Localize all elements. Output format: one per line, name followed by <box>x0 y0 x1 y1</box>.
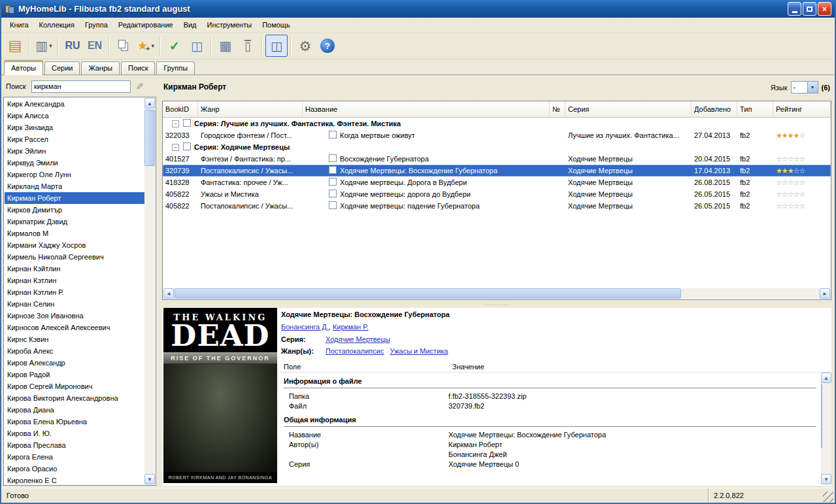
search-input[interactable] <box>31 80 131 93</box>
clear-search-icon[interactable]: ✎ <box>134 82 144 90</box>
add-to-group-button[interactable]: ★+▾ <box>135 35 157 57</box>
book-row[interactable]: 418328Фантастика: прочее / Уж...Ходячие … <box>163 176 831 188</box>
tab[interactable]: Жанры <box>81 61 120 75</box>
column-header[interactable]: Рейтинг <box>773 101 831 117</box>
author-item[interactable]: Кирнс Кэвин <box>5 333 144 345</box>
close-button[interactable]: × <box>818 2 831 16</box>
author-item[interactable]: Кирк Александра <box>5 98 144 110</box>
minimize-button[interactable] <box>788 2 801 16</box>
author-item[interactable]: Кироба Алекс <box>5 345 144 357</box>
info-panel-toggle-button[interactable]: ◫ <box>265 35 288 57</box>
column-header[interactable]: Тип <box>737 101 773 117</box>
book-checkbox[interactable] <box>329 154 337 162</box>
series-link[interactable]: Ходячие Мертвецы <box>326 335 390 343</box>
table-hscrollbar[interactable]: ◄ ► <box>163 288 830 299</box>
author-item[interactable]: Киркланд Марта <box>5 180 144 192</box>
menu-item[interactable]: Книга <box>5 19 34 31</box>
column-header[interactable]: № <box>550 101 565 117</box>
menu-item[interactable]: Группа <box>80 19 113 31</box>
scroll-down-button[interactable]: ▼ <box>821 474 831 484</box>
author-item[interactable]: Кирносов Алексей Алексеевич <box>5 322 144 333</box>
menu-item[interactable]: Редактирование <box>113 19 178 31</box>
genre-link[interactable]: Постапокалипсис <box>326 347 384 355</box>
author-item[interactable]: Кирнозе Зоя Ивановна <box>5 310 144 322</box>
author-item[interactable]: Кирк Рассел <box>5 133 144 145</box>
scroll-thumb[interactable] <box>144 110 155 166</box>
menu-item[interactable]: Коллекция <box>34 19 80 31</box>
author-item[interactable]: Киркпатрик Дэвид <box>5 216 144 227</box>
ru-button[interactable]: RU <box>61 35 84 57</box>
genre-link[interactable]: Ужасы и Мистика <box>390 347 448 355</box>
scroll-thumb[interactable] <box>821 384 822 448</box>
author-item[interactable]: Кирнан Кэтлин Р. <box>5 286 144 298</box>
author-list-scrollbar[interactable]: ▲ ▼ <box>144 98 155 484</box>
book-checkbox[interactable] <box>329 178 337 186</box>
author-item[interactable]: Кирога Елена <box>5 451 144 463</box>
resize-grip[interactable] <box>823 492 833 502</box>
settings-button[interactable]: ⚙ <box>294 35 316 57</box>
menu-item[interactable]: Вид <box>178 19 202 31</box>
author-item[interactable]: Кирова Преслава <box>5 439 144 451</box>
author-item[interactable]: Кирнан Селин <box>5 298 144 310</box>
book-checkbox[interactable] <box>329 131 337 139</box>
author-item[interactable]: Киров Сергей Миронович <box>5 380 144 392</box>
book-checkbox[interactable] <box>329 166 337 174</box>
book-row[interactable]: 405822Постапокалипсис / Ужасы...Ходячие … <box>163 200 831 212</box>
group-checkbox[interactable] <box>183 119 191 127</box>
book-checkbox[interactable] <box>329 201 337 209</box>
collapse-box[interactable]: − <box>172 120 179 127</box>
author-item[interactable]: Кирнан Кэйтлин <box>5 263 144 275</box>
help-button[interactable]: ? <box>316 35 339 57</box>
menu-item[interactable]: Инструменты <box>202 19 258 31</box>
author-item[interactable]: Кирков Димитър <box>5 204 144 216</box>
author-item[interactable]: Кирова Виктория Александровна <box>5 392 144 404</box>
author-item[interactable]: Кирк Эйлин <box>5 145 144 157</box>
book-row[interactable]: 405822Ужасы и МистикаХодячие мертвецы: д… <box>163 188 831 200</box>
author-item[interactable]: Кирова Елена Юрьевна <box>5 416 144 428</box>
author-item[interactable]: Кирквуд Эмили <box>5 157 144 169</box>
detail-grid-scrollbar[interactable]: ▲ ▼ <box>821 373 831 484</box>
column-header[interactable]: Добавлено <box>692 101 737 117</box>
maximize-button[interactable] <box>803 2 816 16</box>
en-button[interactable]: EN <box>84 35 106 57</box>
scroll-left-button[interactable]: ◄ <box>163 288 174 299</box>
scroll-down-button[interactable]: ▼ <box>144 474 155 484</box>
book-checkbox[interactable] <box>329 190 337 197</box>
tab[interactable]: Серии <box>44 61 80 75</box>
value-column-header[interactable]: Значение <box>448 361 488 372</box>
book-row[interactable]: 322033Городское фэнтези / Пост...Когда м… <box>163 129 831 141</box>
author-item[interactable]: Кирова И. Ю. <box>5 428 144 439</box>
author-link[interactable]: Киркман Р. <box>333 323 369 331</box>
menu-item[interactable]: Помощь <box>257 19 295 31</box>
language-select[interactable]: - ▼ <box>791 81 818 93</box>
author-item[interactable]: Кироленко Е С <box>5 475 144 484</box>
author-item[interactable]: Киров Александр <box>5 357 144 369</box>
column-header[interactable]: Жанр <box>198 101 303 117</box>
delete-button[interactable]: ▯ <box>237 35 259 57</box>
check-books-button[interactable]: ✓ <box>163 35 186 57</box>
column-header[interactable]: Название <box>303 101 550 117</box>
author-item[interactable]: Кирмалов М <box>5 227 144 239</box>
scroll-thumb[interactable] <box>175 288 681 299</box>
author-item[interactable]: Кирога Орасио <box>5 463 144 475</box>
scroll-up-button[interactable]: ▲ <box>144 98 155 109</box>
group-checkbox[interactable] <box>183 143 191 150</box>
author-item[interactable]: Киров Радой <box>5 369 144 380</box>
author-item[interactable]: Кирнан Кэтлин <box>5 275 144 286</box>
splitter-handle[interactable] <box>162 300 831 308</box>
book-row[interactable]: 320739Постапокалипсис / Ужасы...Ходячие … <box>163 165 831 176</box>
field-column-header[interactable]: Поле <box>280 361 448 372</box>
series-group-row[interactable]: −Серия: Ходячие Мертвецы <box>163 141 831 153</box>
column-header[interactable]: Серия <box>565 101 692 117</box>
combo-arrow-icon[interactable]: ▼ <box>807 82 818 93</box>
book-row[interactable]: 401527Фэнтези / Фантастика: пр...Восхожд… <box>163 153 831 165</box>
tab[interactable]: Авторы <box>4 60 43 75</box>
tab[interactable]: Группы <box>156 61 195 75</box>
titlebar[interactable]: MyHomeLib - Flibusta fb2 standard august… <box>1 0 835 18</box>
author-link[interactable]: Бонансинга Д. <box>281 323 329 331</box>
table-view-button[interactable]: ▦ <box>214 35 237 57</box>
library-button[interactable]: ▤ <box>4 35 26 57</box>
author-item[interactable]: Киркман Роберт <box>5 192 144 204</box>
uncheck-books-button[interactable]: ◫ <box>186 35 208 57</box>
author-item[interactable]: Киркегор Оле Лунн <box>5 169 144 180</box>
